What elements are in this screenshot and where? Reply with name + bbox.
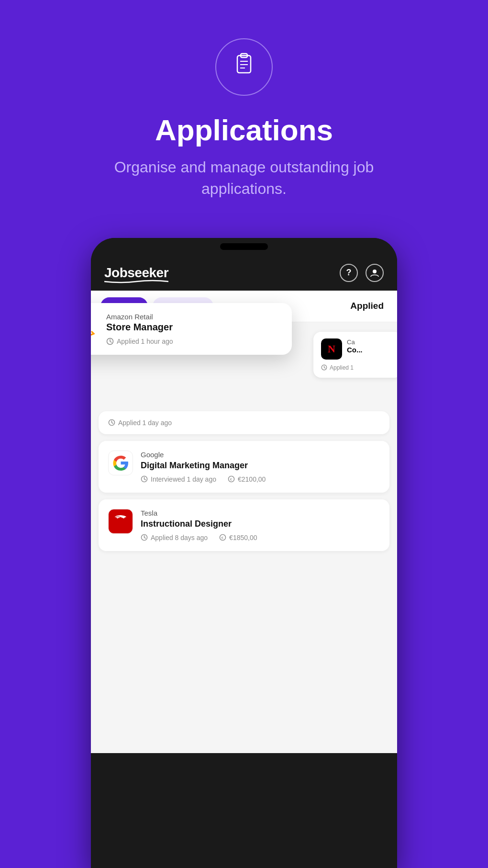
app-logo: Jobseeker <box>104 265 168 281</box>
clipboard-icon <box>231 51 257 83</box>
tesla-company-name: Tesla <box>141 509 380 517</box>
tesla-card-info: Tesla Instructional Designer Applied 8 d… <box>141 509 380 541</box>
help-icon[interactable]: ? <box>340 264 358 282</box>
amazon-floating-card[interactable]: a Amazon Retail Store Manager Applied 1 … <box>91 303 292 355</box>
amazon-time-text: Applied 1 hour ago <box>117 338 173 345</box>
hero-subtitle: Organise and manage outstanding job appl… <box>100 157 388 200</box>
tesla-card-meta: Applied 8 days ago € €1850,00 <box>141 534 380 541</box>
phone-frame: Jobseeker ? Applied In <box>91 238 397 868</box>
google-logo <box>108 451 133 475</box>
hero-icon-circle <box>215 38 273 96</box>
app-header: Jobseeker ? <box>91 252 397 291</box>
google-time: Interviewed 1 day ago <box>141 475 216 483</box>
partial-top-card[interactable]: Applied 1 day ago <box>99 411 389 434</box>
netflix-logo: N <box>321 338 342 360</box>
hero-title: Applications <box>155 113 333 147</box>
google-salary: € €2100,00 <box>228 475 266 483</box>
netflix-time-partial: Applied 1 <box>321 364 394 371</box>
svg-text:€: € <box>222 536 224 540</box>
netflix-jobtitle-partial: Co... <box>347 346 363 354</box>
netflix-company-partial: Cal Applied <box>347 338 363 346</box>
phone-notch <box>220 243 268 250</box>
tesla-time: Applied 8 days ago <box>141 534 208 541</box>
amazon-job-title: Store Manager <box>106 322 173 333</box>
hero-section: Applications Organise and manage outstan… <box>0 0 488 200</box>
google-job-title: Digital Marketing Manager <box>141 461 380 471</box>
amazon-logo: a <box>91 313 99 339</box>
header-icons: ? <box>340 264 384 282</box>
profile-icon[interactable] <box>366 264 384 282</box>
svg-text:€: € <box>230 477 233 482</box>
app-content: a Amazon Retail Store Manager Applied 1 … <box>91 322 397 753</box>
svg-point-5 <box>373 270 377 273</box>
google-card-info: Google Digital Marketing Manager Intervi… <box>141 451 380 483</box>
google-company-name: Google <box>141 451 380 459</box>
tesla-salary: € €1850,00 <box>219 534 257 541</box>
amazon-applied-time: Applied 1 hour ago <box>106 338 173 345</box>
phone-top <box>91 238 397 252</box>
google-card-meta: Interviewed 1 day ago € €2100,00 <box>141 475 380 483</box>
applied-column-header: Applied <box>350 301 384 311</box>
tesla-job-card[interactable]: Tesla Instructional Designer Applied 8 d… <box>99 499 389 551</box>
tesla-job-title: Instructional Designer <box>141 519 380 529</box>
netflix-partial-card[interactable]: N Cal Applied Co... Applied 1 <box>313 332 397 378</box>
amazon-card-info: Amazon Retail Store Manager Applied 1 ho… <box>106 313 173 345</box>
phone-mockup-area: Jobseeker ? Applied In <box>0 238 488 868</box>
tesla-logo <box>108 509 133 534</box>
google-job-card[interactable]: Google Digital Marketing Manager Intervi… <box>99 441 389 493</box>
amazon-company-name: Amazon Retail <box>106 313 173 321</box>
partial-time: Applied 1 day ago <box>108 419 172 427</box>
